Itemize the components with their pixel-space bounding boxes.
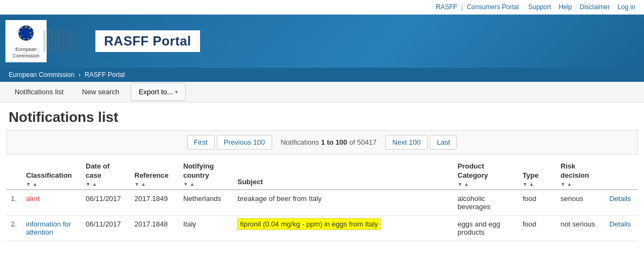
svg-rect-15 bbox=[47, 28, 49, 52]
svg-rect-18 bbox=[59, 28, 61, 52]
pagination-of: of bbox=[349, 138, 357, 146]
cell-subject: breakage of beer from Italy bbox=[233, 190, 453, 216]
cell-risk: not serious bbox=[556, 216, 605, 241]
svg-rect-14 bbox=[43, 30, 46, 52]
first-page-button[interactable]: First bbox=[187, 135, 215, 150]
support-link[interactable]: Support bbox=[529, 3, 551, 11]
col-reference: Reference ▼ ▲ bbox=[130, 158, 179, 190]
svg-rect-20 bbox=[66, 33, 68, 52]
col-type: Type ▼ ▲ bbox=[518, 158, 556, 190]
cell-reference: 2017.1849 bbox=[130, 190, 179, 216]
last-page-button[interactable]: Last bbox=[430, 135, 458, 150]
cell-action: Details bbox=[605, 190, 637, 216]
col-num bbox=[7, 158, 22, 190]
sort-country-desc[interactable]: ▲ bbox=[190, 182, 195, 187]
eu-flag-icon: ★ ★ ★ ★ ★ ★ ★ ★ ★ ★ ★ ★ bbox=[10, 23, 42, 45]
notifications-table-container: Classification ▼ ▲ Date ofcase ▼ ▲ Refer… bbox=[7, 158, 637, 241]
sort-date-asc[interactable]: ▼ bbox=[86, 182, 91, 187]
export-label: Export to... bbox=[139, 88, 173, 96]
col-risk: Riskdecision ▼ ▲ bbox=[556, 158, 605, 190]
cell-country: Italy bbox=[179, 216, 233, 241]
next-page-button[interactable]: Next 100 bbox=[385, 135, 428, 150]
col-action bbox=[605, 158, 637, 190]
cell-type: food bbox=[518, 216, 556, 241]
pagination-end: 100 bbox=[336, 138, 347, 146]
table-row: 1.alert06/11/20172017.1849Netherlandsbre… bbox=[7, 190, 637, 216]
building-watermark bbox=[41, 25, 84, 57]
cell-product-category: eggs and egg products bbox=[453, 216, 518, 241]
table-body: 1.alert06/11/20172017.1849Netherlandsbre… bbox=[7, 190, 637, 241]
details-link[interactable]: Details bbox=[609, 195, 631, 203]
cell-product-category: alcoholic beverages bbox=[453, 190, 518, 216]
col-country: Notifyingcountry ▼ ▲ bbox=[179, 158, 233, 190]
sort-risk-desc[interactable]: ▲ bbox=[567, 182, 572, 187]
sort-reference-asc[interactable]: ▼ bbox=[134, 182, 139, 187]
col-subject: Subject bbox=[233, 158, 453, 190]
tab-new-search[interactable]: New search bbox=[73, 82, 128, 102]
pagination-info: Notifications 1 to 100 of 50417 bbox=[274, 135, 383, 149]
separator: | bbox=[461, 3, 463, 11]
table-row: 2.information for attention06/11/2017201… bbox=[7, 216, 637, 241]
pagination-bar: First Previous 100 Notifications 1 to 10… bbox=[7, 130, 637, 154]
export-button[interactable]: Export to... ▾ bbox=[131, 83, 186, 101]
consumers-portal-link[interactable]: Consumers Portal bbox=[467, 3, 519, 11]
cell-date: 06/11/2017 bbox=[81, 216, 130, 241]
sort-type-desc[interactable]: ▲ bbox=[529, 182, 534, 187]
sort-risk-asc[interactable]: ▼ bbox=[561, 182, 565, 187]
cell-date: 06/11/2017 bbox=[81, 190, 130, 216]
sort-reference-desc[interactable]: ▲ bbox=[141, 182, 146, 187]
table-header-row: Classification ▼ ▲ Date ofcase ▼ ▲ Refer… bbox=[7, 158, 637, 190]
logo-area: ★ ★ ★ ★ ★ ★ ★ ★ ★ ★ ★ ★ European Commiss… bbox=[5, 20, 47, 62]
cell-num: 2. bbox=[7, 216, 22, 241]
pagination-total: 50417 bbox=[357, 138, 377, 146]
svg-rect-17 bbox=[55, 31, 57, 52]
sort-classification-asc[interactable]: ▼ bbox=[26, 182, 31, 187]
breadcrumb-home[interactable]: European Commission bbox=[9, 71, 74, 79]
help-link[interactable]: Help bbox=[559, 3, 572, 11]
cell-action: Details bbox=[605, 216, 637, 241]
pagination-prefix: Notifications bbox=[281, 138, 319, 146]
breadcrumb-current[interactable]: RASFF Portal bbox=[85, 71, 125, 79]
sort-product-desc[interactable]: ▲ bbox=[464, 182, 469, 187]
details-link[interactable]: Details bbox=[609, 220, 631, 228]
col-date: Date ofcase ▼ ▲ bbox=[81, 158, 130, 190]
sort-classification-desc[interactable]: ▲ bbox=[33, 182, 37, 187]
site-header: ★ ★ ★ ★ ★ ★ ★ ★ ★ ★ ★ ★ European Commiss… bbox=[0, 15, 644, 68]
sort-product-asc[interactable]: ▼ bbox=[458, 182, 462, 187]
rasff-link[interactable]: RASFF bbox=[436, 3, 457, 11]
pagination-start: 1 bbox=[321, 138, 325, 146]
svg-rect-22 bbox=[74, 31, 76, 52]
col-classification: Classification ▼ ▲ bbox=[22, 158, 81, 190]
cell-num: 1. bbox=[7, 190, 22, 216]
cell-type: food bbox=[518, 190, 556, 216]
cell-subject: fipronil (0.04 mg/kg - ppm) in eggs from… bbox=[233, 216, 453, 241]
svg-rect-21 bbox=[70, 29, 72, 52]
cell-reference: 2017.1848 bbox=[130, 216, 179, 241]
commission-logo-text: European Commission bbox=[12, 47, 40, 59]
sort-type-asc[interactable]: ▼ bbox=[523, 182, 527, 187]
cell-classification: alert bbox=[22, 190, 81, 216]
breadcrumb-separator: › bbox=[79, 71, 81, 79]
sort-date-desc[interactable]: ▲ bbox=[92, 182, 97, 187]
notifications-table: Classification ▼ ▲ Date ofcase ▼ ▲ Refer… bbox=[7, 158, 637, 241]
login-link[interactable]: Log in bbox=[617, 3, 635, 11]
svg-rect-16 bbox=[51, 29, 53, 52]
disclaimer-link[interactable]: Disclaimer bbox=[579, 3, 610, 11]
top-utility-bar: RASFF | Consumers Portal Support Help Di… bbox=[0, 0, 644, 15]
sort-country-asc[interactable]: ▼ bbox=[183, 182, 188, 187]
col-product-category: ProductCategory ▼ ▲ bbox=[453, 158, 518, 190]
site-title: RASFF Portal bbox=[95, 30, 200, 52]
export-caret-icon: ▾ bbox=[175, 89, 178, 95]
svg-rect-19 bbox=[62, 30, 65, 52]
previous-page-button[interactable]: Previous 100 bbox=[217, 135, 272, 150]
cell-risk: serious bbox=[556, 190, 605, 216]
nav-tabs-bar: Notifications list New search Export to.… bbox=[0, 82, 644, 102]
cell-country: Netherlands bbox=[179, 190, 233, 216]
page-title: Notifications list bbox=[0, 102, 644, 130]
tab-notifications-list[interactable]: Notifications list bbox=[5, 82, 73, 102]
cell-classification: information for attention bbox=[22, 216, 81, 241]
breadcrumb: European Commission › RASFF Portal bbox=[0, 68, 644, 82]
